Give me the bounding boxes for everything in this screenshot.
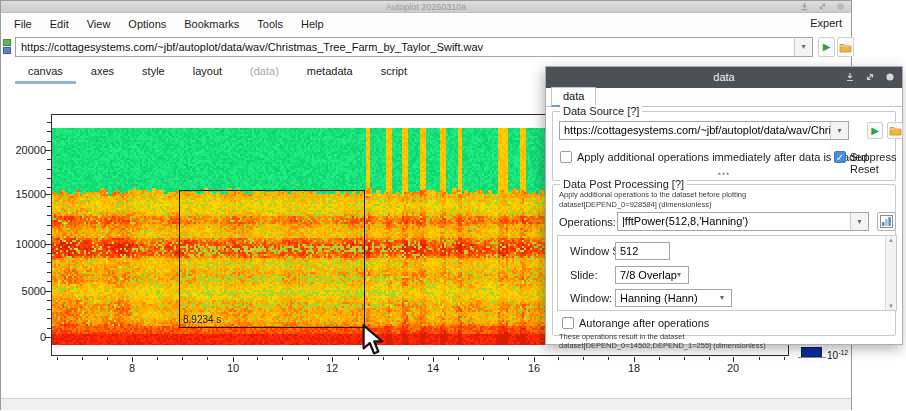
scroll-down-icon[interactable]: ▼ [886, 303, 896, 309]
slide-dropdown-icon[interactable]: ▾ [670, 267, 688, 283]
x-tick-label: 12 [315, 362, 349, 374]
x-minor-tick [57, 357, 58, 360]
dialog-title-bar[interactable]: data [546, 67, 902, 88]
x-minor-tick [458, 357, 459, 360]
title-bar[interactable]: Autoplot 20260310a [1, 1, 851, 13]
zoom-selection-box[interactable]: 8.9234 s [179, 190, 365, 328]
dialog-tab-data[interactable]: data [551, 87, 596, 107]
x-minor-tick [709, 357, 710, 360]
close-icon[interactable] [885, 72, 895, 82]
y-minor-tick [47, 300, 51, 301]
dialog-url-input[interactable]: https://cottagesystems.com/~jbf/autoplot… [559, 121, 849, 140]
apply-operations-checkbox[interactable] [560, 151, 572, 163]
colorbar-bottom-cell [801, 347, 822, 357]
desktop: Autoplot 20260310a FileEditViewOptionsBo… [0, 0, 906, 411]
y-minor-tick [47, 234, 51, 235]
y-minor-tick [47, 178, 51, 179]
dialog-go-button[interactable]: ▶ [867, 122, 883, 139]
scroll-up-icon[interactable]: ▲ [886, 237, 896, 243]
y-minor-tick [47, 318, 51, 319]
window-size-input[interactable]: 512 [615, 242, 670, 260]
data-source-legend[interactable]: Data Source [?] [560, 105, 642, 117]
tab-axes[interactable]: axes [78, 61, 127, 84]
x-minor-tick [608, 357, 609, 360]
undock-icon[interactable] [865, 72, 875, 82]
x-tick-label: 16 [517, 362, 551, 374]
window-dropdown-icon[interactable]: ▾ [713, 290, 731, 306]
address-input[interactable]: https://cottagesystems.com/~jbf/autoplot… [15, 37, 813, 57]
window-select[interactable]: Hanning (Hann) ▾ [615, 289, 732, 307]
menu-bookmarks[interactable]: Bookmarks [175, 16, 248, 32]
dock-icon[interactable] [800, 2, 809, 11]
expert-toggle[interactable]: Expert [810, 17, 842, 29]
y-minor-tick [47, 225, 51, 226]
y-minor-tick [47, 328, 51, 329]
operations-editor-button[interactable] [877, 212, 896, 231]
colorbar-axis [798, 357, 826, 358]
tab-data[interactable]: (data) [237, 61, 292, 84]
x-minor-tick [759, 357, 760, 360]
address-row: https://cottagesystems.com/~jbf/autoplot… [1, 34, 851, 60]
filter-image-icon [880, 215, 893, 228]
dialog-url-dropdown-icon[interactable]: ▾ [830, 122, 848, 139]
input-dataset-label: dataset[DEPEND_0=928584] (dimensionless) [559, 200, 711, 209]
x-minor-tick [107, 357, 108, 360]
x-minor-tick [583, 357, 584, 360]
undock-icon[interactable] [818, 2, 827, 11]
x-minor-tick [408, 357, 409, 360]
y-minor-tick [47, 206, 51, 207]
datasource-type-icon [3, 39, 12, 55]
x-minor-tick [483, 357, 484, 360]
window-title: Autoplot 20260310a [386, 2, 467, 12]
tab-script[interactable]: script [368, 61, 420, 84]
folder-icon [839, 42, 852, 53]
menu-help[interactable]: Help [292, 16, 333, 32]
menu-edit[interactable]: Edit [41, 16, 78, 32]
y-tick-label: 20000 [1, 144, 46, 156]
x-tick-label: 14 [416, 362, 450, 374]
window-label: Window: [570, 292, 612, 304]
address-dropdown-icon[interactable]: ▾ [794, 38, 812, 56]
tab-canvas[interactable]: canvas [15, 61, 76, 84]
apply-operations-label: Apply additional operations immediately … [577, 151, 867, 163]
dialog-browse-button[interactable] [887, 122, 903, 139]
operations-label: Operations: [559, 216, 616, 228]
slide-select[interactable]: 7/8 Overlap ▾ [615, 266, 689, 284]
operations-dropdown-icon[interactable]: ▾ [850, 213, 868, 230]
browse-button[interactable] [837, 37, 854, 57]
y-minor-tick [47, 281, 51, 282]
suppress-reset-checkbox[interactable]: ✓ [834, 151, 846, 163]
y-minor-tick [47, 253, 51, 254]
x-tick-label: 8 [115, 362, 149, 374]
y-minor-tick [47, 122, 51, 123]
post-processing-legend[interactable]: Data Post Processing [?] [560, 178, 687, 190]
close-icon[interactable] [836, 2, 845, 11]
colorbar-label: 10-12 [827, 349, 848, 361]
tab-style[interactable]: style [129, 61, 178, 84]
x-tick-label: 18 [617, 362, 651, 374]
selection-time-label: 8.9234 s [183, 314, 221, 325]
y-minor-tick [47, 159, 51, 160]
y-tick-label: 0 [1, 331, 46, 343]
mouse-cursor [361, 324, 387, 356]
data-dialog: data data Data Source [?] https://cottag… [545, 66, 903, 345]
y-minor-tick [47, 262, 51, 263]
menu-file[interactable]: File [5, 16, 41, 32]
go-button[interactable]: ▶ [818, 37, 835, 57]
tab-metadata[interactable]: metadata [294, 61, 366, 84]
menu-options[interactable]: Options [119, 16, 175, 32]
autorange-checkbox[interactable] [562, 317, 574, 329]
operations-combo[interactable]: |fftPower(512,8,'Hanning') ▾ [617, 212, 869, 231]
params-scrollbar[interactable]: ▲ ▼ [885, 236, 896, 310]
x-minor-tick [157, 357, 158, 360]
x-minor-tick [684, 357, 685, 360]
menu-view[interactable]: View [78, 16, 120, 32]
y-minor-tick [47, 272, 51, 273]
x-minor-tick [358, 357, 359, 360]
tab-layout[interactable]: layout [180, 61, 235, 84]
menu-tools[interactable]: Tools [248, 16, 292, 32]
x-minor-tick [207, 357, 208, 360]
y-tick-label: 15000 [1, 188, 46, 200]
post-processing-group: Data Post Processing [?] Apply additiona… [552, 184, 896, 336]
dock-icon[interactable] [845, 72, 855, 82]
